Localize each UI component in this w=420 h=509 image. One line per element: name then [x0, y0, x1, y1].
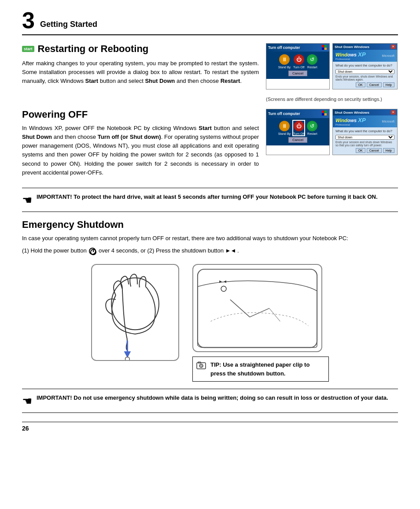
cancel-btn[interactable]: Cancel: [288, 71, 307, 76]
standby-btn[interactable]: ⏸ Stand By: [278, 54, 291, 69]
winxp-banner: Windows XP Professional Microsoft: [333, 50, 397, 62]
shutdown-desc-2: Ends your session and shuts down Windows…: [335, 141, 394, 147]
win-dialog-body: ⏸ Stand By ⏻ Turn Off ↺ Restart Cancel: [266, 52, 329, 79]
power-button-drawing: [91, 264, 179, 361]
emergency-body: In case your operating system cannot pro…: [22, 234, 398, 243]
emergency-images-row: ►◄ TIP: Use: [22, 264, 398, 382]
svg-rect-4: [322, 111, 324, 113]
important-text-1: IMPORTANT! To protect the hard drive, wa…: [37, 193, 378, 201]
winxp-sub-2: Professional: [335, 123, 366, 126]
win-buttons-2: ⏸ Stand By ⏻ Turn Off ↺ Restart: [278, 121, 318, 135]
ms-label: Microsoft: [382, 54, 394, 57]
shutdown-body-2: What do you want the computer to do? Shu…: [333, 127, 397, 155]
start-badge: start: [22, 46, 34, 52]
important-text-2: IMPORTANT! Do not use emergency shutdown…: [37, 394, 388, 402]
powering-off-text: Powering OFF In Windows XP, power OFF th…: [22, 109, 259, 181]
shutdown-dialog-2: Shut Down Windows ✕ Windows XP Professio…: [332, 109, 398, 155]
win-dialog-title-2: Turn off computer: [266, 109, 329, 118]
close-x-icon[interactable]: ✕: [391, 45, 395, 49]
shutdown-symbol: ►◄: [225, 247, 236, 254]
svg-point-22: [199, 364, 203, 368]
svg-rect-3: [324, 48, 327, 50]
windows-flag-icon: [321, 45, 328, 51]
svg-rect-20: [197, 363, 206, 369]
winxp-logo-2: Windows XP: [335, 117, 366, 123]
shutdown-buttons: OK Cancel Help: [335, 82, 394, 87]
winxp-logo: Windows XP: [335, 51, 366, 58]
chapter-title: Getting Started: [40, 20, 97, 32]
svg-rect-6: [322, 113, 324, 115]
turnoff-icon-2: ⏻: [294, 121, 304, 131]
important-box-1: ☚ IMPORTANT! To protect the hard drive, …: [22, 188, 398, 212]
power-button-icon: [89, 248, 96, 255]
restarting-title: Restarting or Rebooting: [38, 43, 149, 55]
restarting-section: start Restarting or Rebooting After maki…: [22, 43, 398, 102]
powering-off-heading: Powering OFF: [22, 109, 259, 120]
ok-button-2[interactable]: OK: [356, 148, 365, 153]
powering-off-body: In Windows XP, power OFF the Notebook PC…: [22, 124, 259, 177]
close-x-icon-2[interactable]: ✕: [391, 110, 395, 115]
svg-point-23: [200, 365, 202, 367]
emergency-heading: Emergency Shutdown: [22, 219, 398, 230]
standby-btn-2[interactable]: ⏸ Stand By: [278, 121, 291, 135]
turnoff-icon: ⏻: [294, 54, 304, 65]
svg-rect-5: [324, 111, 327, 113]
tip-icon: [196, 360, 206, 372]
svg-rect-1: [324, 45, 327, 47]
shutdown-select-2[interactable]: Shut down: [335, 135, 394, 140]
shutdown-dialog-restart: Shut Down Windows ✕ Windows XP Professio…: [332, 43, 398, 89]
shutdown-title: Shut Down Windows ✕: [333, 44, 397, 50]
restarting-text: start Restarting or Rebooting After maki…: [22, 43, 259, 102]
cancel-btn-2[interactable]: Cancel: [288, 137, 307, 143]
restarting-images: Turn off computer ⏸ St: [266, 43, 398, 102]
restart-btn-2[interactable]: ↺ Restart: [307, 121, 317, 135]
svg-point-10: [111, 278, 159, 330]
tip-camera-icon: [196, 360, 206, 370]
svg-line-19: [269, 308, 280, 322]
hand-icon-1: ☚: [22, 193, 32, 207]
win-buttons: ⏸ Stand By ⏻ Turn Off ↺ Restart: [278, 54, 318, 69]
page-number: 26: [22, 422, 398, 432]
shutdown-button-drawing: ►◄: [192, 264, 322, 352]
restart-btn[interactable]: ↺ Restart: [307, 54, 317, 69]
sd-cancel-button[interactable]: Cancel: [367, 82, 382, 87]
help-button-2[interactable]: Help: [383, 148, 394, 153]
dialog-row-poweroff: Turn off computer ⏸ St: [266, 109, 398, 155]
turn-off-dialog-2: Turn off computer ⏸ St: [266, 109, 330, 155]
restarting-heading: start Restarting or Rebooting: [22, 43, 259, 55]
ok-button[interactable]: OK: [356, 82, 365, 87]
shutdown-select[interactable]: Shut down: [335, 69, 394, 74]
power-svg: [90, 249, 97, 256]
windows-flag-icon-2: [321, 110, 328, 116]
shutdown-buttons-2: OK Cancel Help: [335, 148, 394, 153]
sd-cancel-button-2[interactable]: Cancel: [367, 148, 382, 153]
hand-icon-2: ☚: [22, 394, 32, 408]
standby-icon: ⏸: [279, 54, 290, 65]
win-dialog-body-2: ⏸ Stand By ⏻ Turn Off ↺ Restart Cancel: [266, 118, 329, 145]
help-button[interactable]: Help: [383, 82, 394, 87]
hand-svg: [92, 265, 178, 360]
winxp-banner-2: Windows XP Professional Microsoft: [333, 115, 397, 127]
restart-icon-2: ↺: [307, 121, 317, 131]
turn-off-dialog: Turn off computer ⏸ St: [266, 43, 330, 89]
ms-label-2: Microsoft: [382, 120, 394, 123]
powering-off-images: Turn off computer ⏸ St: [266, 109, 398, 181]
shutdown-title-2: Shut Down Windows ✕: [333, 109, 397, 115]
svg-text:►◄: ►◄: [218, 279, 227, 284]
svg-point-15: [221, 286, 226, 291]
shutdown-body: What do you want the computer to do? Shu…: [333, 62, 397, 89]
svg-rect-7: [324, 113, 327, 115]
emergency-section: Emergency Shutdown In case your operatin…: [22, 219, 398, 382]
svg-rect-2: [322, 48, 324, 50]
right-col-emergency: ►◄ TIP: Use: [192, 264, 329, 382]
restarting-body: After making changes to your operating s…: [22, 59, 259, 85]
svg-line-17: [230, 300, 250, 317]
powering-off-section: Powering OFF In Windows XP, power OFF th…: [22, 109, 398, 181]
turnoff-btn-2[interactable]: ⏻ Turn Off: [293, 121, 304, 135]
shutdown-desc: Ends your session, shuts down Windows an…: [335, 75, 394, 81]
winxp-sub: Professional: [335, 58, 366, 60]
turnoff-btn[interactable]: ⏻ Turn Off: [293, 54, 304, 69]
restart-icon: ↺: [307, 54, 317, 65]
dialog-row-restart: Turn off computer ⏸ St: [266, 43, 398, 89]
important-box-2: ☚ IMPORTANT! Do not use emergency shutdo…: [22, 389, 398, 413]
